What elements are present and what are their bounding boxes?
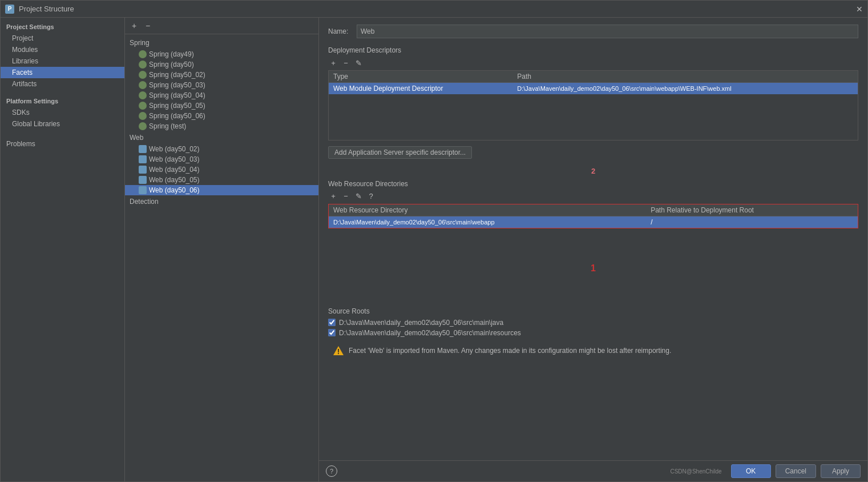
main-content: Project Settings Project Modules Librari…	[1, 18, 867, 481]
add-facet-button[interactable]: +	[128, 20, 140, 31]
web-dir-path: D:\Java\Maven\daily_demo02\day50_06\src\…	[329, 216, 646, 228]
help-button[interactable]: ?	[326, 465, 337, 477]
web-help-button[interactable]: ?	[366, 191, 376, 202]
middle-panel: + − Spring Spring (day49) Spring (day50)…	[125, 18, 319, 481]
source-roots-section: Source Roots D:\Java\Maven\daily_demo02\…	[328, 307, 858, 337]
right-inner: Name: Deployment Descriptors + − ✎ Type …	[319, 18, 867, 460]
web-remove-button[interactable]: −	[341, 191, 351, 202]
badge-1: 1	[591, 263, 596, 274]
tree-item-spring-day50-02[interactable]: Spring (day50_02)	[125, 70, 318, 80]
web-icon	[139, 166, 147, 174]
window-title: Project Structure	[19, 5, 74, 13]
spring-icon	[139, 122, 147, 130]
project-structure-window: P Project Structure ✕ Project Settings P…	[0, 0, 868, 482]
source-root-2: D:\Java\Maven\daily_demo02\day50_06\src\…	[328, 329, 858, 337]
cancel-button[interactable]: Cancel	[776, 464, 816, 478]
ok-button[interactable]: OK	[731, 464, 771, 478]
remove-descriptor-btn[interactable]: −	[341, 58, 351, 68]
web-resource-empty-area: 1	[328, 234, 858, 303]
spring-icon	[139, 102, 147, 110]
platform-settings-label: Platform Settings	[1, 94, 124, 107]
bottom-bar-left: ?	[326, 465, 665, 477]
svg-text:!: !	[337, 348, 340, 356]
source-root-1: D:\Java\Maven\daily_demo02\day50_06\src\…	[328, 319, 858, 327]
add-server-descriptor-button[interactable]: Add Application Server specific descript…	[328, 146, 472, 159]
tree-item-web-day50-05[interactable]: Web (day50_05)	[125, 175, 318, 185]
web-resource-section: Web Resource Directories + − ✎ ? Web Res…	[328, 180, 858, 303]
close-icon[interactable]: ✕	[856, 5, 863, 14]
web-group-label: Web	[125, 131, 318, 144]
facets-tree: Spring Spring (day49) Spring (day50) Spr…	[125, 34, 318, 481]
sidebar-item-sdks[interactable]: SDKs	[1, 107, 124, 118]
project-settings-label: Project Settings	[1, 20, 124, 33]
source-root-path-2: D:\Java\Maven\daily_demo02\day50_06\src\…	[339, 329, 521, 337]
tree-item-spring-day50-05[interactable]: Spring (day50_05)	[125, 101, 318, 111]
web-col-dir: Web Resource Directory	[329, 204, 646, 216]
middle-toolbar: + −	[125, 18, 318, 34]
web-icon	[139, 186, 147, 194]
right-panel: Name: Deployment Descriptors + − ✎ Type …	[319, 18, 867, 481]
tree-item-web-day50-04[interactable]: Web (day50_04)	[125, 164, 318, 175]
web-icon	[139, 176, 147, 184]
col-type: Type	[329, 71, 513, 83]
sidebar-item-problems[interactable]: Problems	[1, 136, 124, 151]
web-col-path: Path Relative to Deployment Root	[646, 204, 858, 216]
add-descriptor-btn[interactable]: +	[328, 58, 338, 68]
spring-icon	[139, 81, 147, 89]
name-input[interactable]	[357, 25, 858, 38]
titlebar: P Project Structure ✕	[1, 1, 867, 18]
sidebar-item-artifacts[interactable]: Artifacts	[1, 78, 124, 90]
spring-icon	[139, 61, 147, 69]
source-root-checkbox-1[interactable]	[328, 319, 336, 326]
sidebar: Project Settings Project Modules Librari…	[1, 18, 125, 481]
deployment-toolbar: + − ✎	[328, 58, 858, 68]
app-icon: P	[5, 5, 14, 14]
web-add-button[interactable]: +	[328, 191, 338, 202]
apply-button[interactable]: Apply	[821, 464, 861, 478]
col-path: Path	[512, 71, 858, 83]
name-label: Name:	[328, 27, 357, 35]
sidebar-item-modules[interactable]: Modules	[1, 44, 124, 55]
web-edit-button[interactable]: ✎	[353, 191, 364, 202]
web-relative-path: /	[646, 216, 858, 228]
source-root-checkbox-2[interactable]	[328, 329, 336, 336]
edit-descriptor-btn[interactable]: ✎	[353, 58, 364, 68]
spring-icon	[139, 112, 147, 120]
web-resource-table: Web Resource Directory Path Relative to …	[329, 204, 858, 228]
sidebar-item-facets[interactable]: Facets	[1, 67, 124, 78]
sidebar-item-libraries[interactable]: Libraries	[1, 55, 124, 67]
warning-bar: ! Facet 'Web' is imported from Maven. An…	[328, 342, 858, 360]
warning-text: Facet 'Web' is imported from Maven. Any …	[349, 347, 671, 355]
descriptor-type: Web Module Deployment Descriptor	[329, 83, 513, 95]
tree-item-web-day50-06[interactable]: Web (day50_06)	[125, 185, 318, 195]
deployment-descriptors-title: Deployment Descriptors	[328, 46, 858, 54]
badge-2: 2	[328, 167, 858, 175]
tree-item-spring-day50-04[interactable]: Spring (day50_04)	[125, 90, 318, 101]
spring-icon	[139, 50, 147, 58]
spring-icon	[139, 91, 147, 99]
remove-facet-button[interactable]: −	[142, 20, 154, 31]
bottom-bar: ? CSDN@ShenChilde OK Cancel Apply	[319, 460, 867, 481]
tree-item-spring-day50-06[interactable]: Spring (day50_06)	[125, 111, 318, 121]
tree-item-spring-day50[interactable]: Spring (day50)	[125, 59, 318, 70]
warning-icon: !	[333, 345, 344, 356]
web-resource-title: Web Resource Directories	[328, 180, 858, 188]
web-icon	[139, 145, 147, 153]
titlebar-left: P Project Structure	[5, 5, 74, 14]
web-icon	[139, 155, 147, 163]
name-row: Name:	[328, 25, 858, 38]
tree-item-spring-day49[interactable]: Spring (day49)	[125, 49, 318, 59]
sidebar-item-project[interactable]: Project	[1, 33, 124, 44]
table-row[interactable]: Web Module Deployment Descriptor D:\Java…	[329, 83, 858, 95]
spring-icon	[139, 71, 147, 79]
detection-group-label: Detection	[125, 195, 318, 208]
tree-item-web-day50-03[interactable]: Web (day50_03)	[125, 154, 318, 164]
empty-row	[329, 94, 858, 140]
tree-item-spring-day50-03[interactable]: Spring (day50_03)	[125, 80, 318, 90]
tree-item-spring-test[interactable]: Spring (test)	[125, 121, 318, 131]
sidebar-item-global-libraries[interactable]: Global Libraries	[1, 118, 124, 130]
web-resource-table-wrapper: Web Resource Directory Path Relative to …	[328, 204, 858, 228]
tree-item-web-day50-02[interactable]: Web (day50_02)	[125, 144, 318, 154]
web-resource-row[interactable]: D:\Java\Maven\daily_demo02\day50_06\src\…	[329, 216, 858, 228]
spring-group-label: Spring	[125, 37, 318, 49]
